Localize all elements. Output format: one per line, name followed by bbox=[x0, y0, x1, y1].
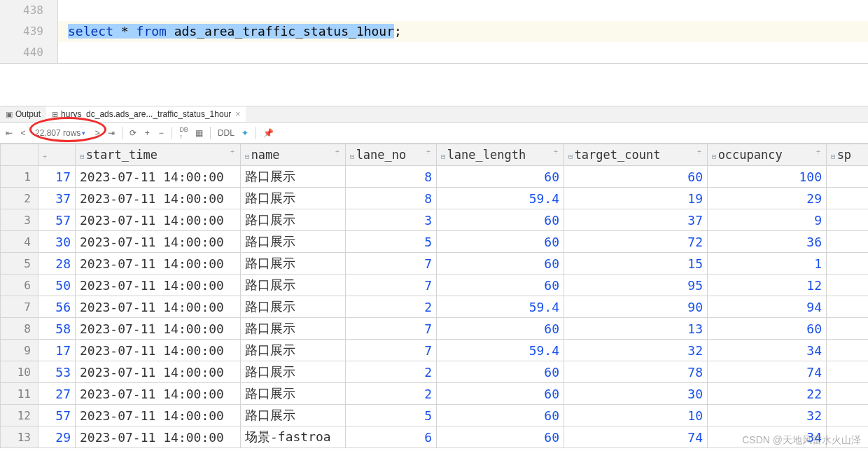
cell[interactable] bbox=[827, 188, 869, 209]
cell[interactable]: 59.4 bbox=[437, 340, 564, 361]
prev-page-button[interactable]: < bbox=[17, 127, 29, 139]
cell[interactable] bbox=[827, 253, 869, 275]
next-page-button[interactable]: > bbox=[91, 127, 104, 139]
cell[interactable]: 5 bbox=[346, 231, 437, 253]
cell[interactable]: 95 bbox=[564, 275, 708, 296]
cell[interactable] bbox=[827, 383, 869, 405]
cell[interactable]: 路口展示 bbox=[241, 318, 346, 340]
table-row[interactable]: 5282023-07-11 14:00:00路口展示760151 bbox=[1, 253, 869, 275]
rownum-cell[interactable]: 5 bbox=[1, 253, 38, 275]
rownum-cell[interactable]: 1 bbox=[1, 166, 38, 188]
cell[interactable]: 7 bbox=[346, 275, 437, 296]
col-header[interactable]: ⊟name÷ bbox=[241, 144, 346, 166]
cell[interactable]: 2023-07-11 14:00:00 bbox=[76, 361, 241, 383]
reload-button[interactable]: ⟳ bbox=[127, 127, 139, 139]
cell[interactable]: 路口展示 bbox=[241, 253, 346, 275]
table-row[interactable]: 6502023-07-11 14:00:00路口展示7609512 bbox=[1, 275, 869, 296]
editor-content[interactable]: select * from ads_area_traffic_status_1h… bbox=[58, 0, 868, 63]
table-row[interactable]: 10532023-07-11 14:00:00路口展示2607874 bbox=[1, 361, 869, 383]
cell[interactable]: 60 bbox=[437, 166, 564, 188]
cell[interactable]: 74 bbox=[708, 361, 827, 383]
rownum-cell[interactable]: 6 bbox=[1, 275, 38, 296]
remove-row-button[interactable]: − bbox=[155, 127, 167, 139]
table-row[interactable]: 9172023-07-11 14:00:00路口展示759.43234 bbox=[1, 340, 869, 361]
pin-button[interactable]: 📌 bbox=[260, 127, 276, 139]
cell[interactable] bbox=[827, 340, 869, 361]
cell[interactable]: 2 bbox=[346, 361, 437, 383]
ddl-button[interactable]: DDL bbox=[215, 127, 237, 139]
cell[interactable]: 57 bbox=[38, 405, 76, 426]
cell[interactable]: 1 bbox=[708, 253, 827, 275]
rownum-cell[interactable]: 10 bbox=[1, 361, 38, 383]
cell[interactable]: 27 bbox=[38, 383, 76, 405]
table-row[interactable]: 8582023-07-11 14:00:00路口展示7601360 bbox=[1, 318, 869, 340]
rownum-cell[interactable]: 8 bbox=[1, 318, 38, 340]
cell[interactable]: 34 bbox=[708, 340, 827, 361]
cell[interactable]: 2023-07-11 14:00:00 bbox=[76, 405, 241, 426]
cell[interactable]: 路口展示 bbox=[241, 340, 346, 361]
first-page-button[interactable]: ⇤ bbox=[3, 127, 15, 139]
cell[interactable]: 37 bbox=[38, 188, 76, 209]
cell[interactable]: 53 bbox=[38, 361, 76, 383]
cell[interactable] bbox=[827, 361, 869, 383]
col-header[interactable]: ⊟sp bbox=[827, 144, 869, 166]
cell[interactable]: 2023-07-11 14:00:00 bbox=[76, 426, 241, 448]
cell[interactable]: 90 bbox=[564, 296, 708, 318]
cell[interactable]: 10 bbox=[564, 405, 708, 426]
cell[interactable]: 60 bbox=[437, 253, 564, 275]
cell[interactable]: 2023-07-11 14:00:00 bbox=[76, 296, 241, 318]
cell[interactable]: 36 bbox=[708, 231, 827, 253]
cell[interactable]: 2023-07-11 14:00:00 bbox=[76, 340, 241, 361]
cell[interactable]: 19 bbox=[564, 188, 708, 209]
rownum-cell[interactable]: 2 bbox=[1, 188, 38, 209]
col-header[interactable]: ⊟lane_no÷ bbox=[346, 144, 437, 166]
cell[interactable]: 路口展示 bbox=[241, 383, 346, 405]
cell[interactable]: 15 bbox=[564, 253, 708, 275]
sql-editor[interactable]: 438 439 440 select * from ads_area_traff… bbox=[0, 0, 868, 64]
cell[interactable]: 9 bbox=[708, 209, 827, 231]
cell[interactable] bbox=[827, 209, 869, 231]
cell[interactable]: 60 bbox=[437, 318, 564, 340]
cell[interactable]: 30 bbox=[38, 231, 76, 253]
cell[interactable]: 2 bbox=[346, 383, 437, 405]
rollback-button[interactable]: ▦ bbox=[192, 127, 206, 139]
cell[interactable]: 60 bbox=[437, 275, 564, 296]
add-row-button[interactable]: + bbox=[141, 127, 153, 139]
rownum-cell[interactable]: 7 bbox=[1, 296, 38, 318]
cell[interactable]: 7 bbox=[346, 340, 437, 361]
cell[interactable]: 5 bbox=[346, 405, 437, 426]
table-row[interactable]: 1172023-07-11 14:00:00路口展示86060100 bbox=[1, 166, 869, 188]
cell[interactable]: 78 bbox=[564, 361, 708, 383]
cell[interactable]: 13 bbox=[564, 318, 708, 340]
cell[interactable]: 28 bbox=[38, 253, 76, 275]
tab-output[interactable]: ▣ Output bbox=[0, 106, 46, 122]
cell[interactable]: 7 bbox=[346, 253, 437, 275]
cell[interactable]: 60 bbox=[437, 405, 564, 426]
cell[interactable] bbox=[827, 426, 869, 448]
col-header[interactable]: ⊟start_time÷ bbox=[76, 144, 241, 166]
cell[interactable]: 37 bbox=[564, 209, 708, 231]
last-page-button[interactable]: ⇥ bbox=[105, 127, 118, 139]
cell[interactable]: 60 bbox=[437, 383, 564, 405]
cell[interactable]: 路口展示 bbox=[241, 209, 346, 231]
cell[interactable]: 2 bbox=[346, 296, 437, 318]
cell[interactable]: 59.4 bbox=[437, 296, 564, 318]
rows-count-dropdown[interactable]: 22,807 rows ▾ bbox=[31, 128, 90, 138]
cell[interactable]: 8 bbox=[346, 166, 437, 188]
cell[interactable]: 场景-fastroa bbox=[241, 426, 346, 448]
cell[interactable]: 60 bbox=[564, 166, 708, 188]
cell[interactable]: 60 bbox=[437, 426, 564, 448]
cell[interactable]: 56 bbox=[38, 296, 76, 318]
cell[interactable]: 59.4 bbox=[437, 188, 564, 209]
cell[interactable]: 路口展示 bbox=[241, 166, 346, 188]
result-grid[interactable]: ÷ ⊟start_time÷ ⊟name÷ ⊟lane_no÷ ⊟lane_le… bbox=[0, 144, 868, 448]
rownum-cell[interactable]: 13 bbox=[1, 426, 38, 448]
rownum-header[interactable] bbox=[1, 144, 38, 166]
close-icon[interactable]: × bbox=[235, 109, 240, 119]
cell[interactable]: 7 bbox=[346, 318, 437, 340]
cell[interactable]: 路口展示 bbox=[241, 405, 346, 426]
cell[interactable] bbox=[827, 318, 869, 340]
export-button[interactable]: ✦ bbox=[239, 127, 251, 139]
col-header[interactable]: ÷ bbox=[38, 144, 76, 166]
cell[interactable]: 2023-07-11 14:00:00 bbox=[76, 253, 241, 275]
